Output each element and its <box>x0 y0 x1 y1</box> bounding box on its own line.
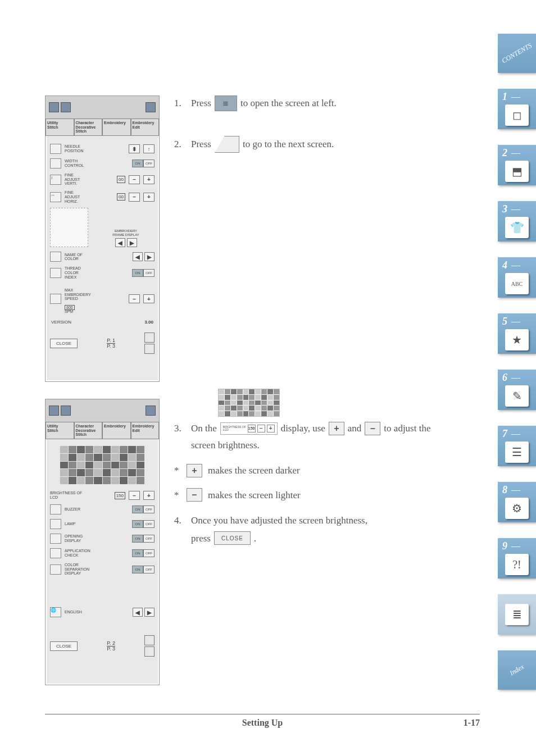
tab-decorative[interactable]: Character Decorative Stitch <box>74 119 103 136</box>
step-text: display, use <box>281 421 325 436</box>
lamp-toggle[interactable]: ONOFF <box>132 520 155 528</box>
minus-button[interactable]: – <box>187 488 202 502</box>
tab-chapter-8[interactable]: 8 — ⚙ <box>498 482 536 522</box>
fine-horiz-minus[interactable]: – <box>129 193 140 202</box>
horiz-icon: ↔ <box>50 192 61 202</box>
tab-chapter-4[interactable]: 4 — ABC <box>498 257 536 298</box>
tab-doc[interactable]: ≣ <box>498 594 536 635</box>
tab-icon: ◻ <box>505 104 529 126</box>
page-down-icon[interactable] <box>144 344 155 354</box>
frame-next[interactable]: ▶ <box>127 238 137 247</box>
needle-right[interactable]: ↑ <box>143 144 155 153</box>
lang-prev[interactable]: ◀ <box>133 608 143 617</box>
lamp-icon <box>50 519 61 529</box>
tab-chapter-3[interactable]: 3 — 👕 <box>498 201 536 242</box>
tab-contents[interactable]: CONTENTS <box>498 34 536 73</box>
tab-chapter-7[interactable]: 7 — ☰ <box>498 426 536 466</box>
tab-icon: ⚙ <box>505 498 529 519</box>
brightness-plus[interactable]: + <box>143 491 155 500</box>
fine-horiz-plus[interactable]: + <box>143 193 155 202</box>
brightness-label: BRIGHTNESS OF LCD <box>50 491 111 499</box>
tab-num: 7 <box>502 428 507 440</box>
tab-dash: — <box>511 485 520 495</box>
tab-chapter-5[interactable]: 5 — ★ <box>498 313 536 354</box>
width-toggle[interactable]: ONOFF <box>132 160 155 167</box>
opening-toggle[interactable]: ONOFF <box>132 535 155 543</box>
frame-prev[interactable]: ◀ <box>115 238 125 247</box>
tab-dash: — <box>511 204 520 214</box>
tab-chapter-6[interactable]: 6 — ✎ <box>498 370 536 410</box>
screen-topbar <box>46 399 159 422</box>
tab-num: 2 <box>502 147 507 159</box>
speed-minus[interactable]: – <box>129 294 140 303</box>
minus-button[interactable]: – <box>365 422 380 435</box>
footer-page: 1-17 <box>464 718 480 728</box>
settings-icon[interactable]: ≣ <box>215 95 237 111</box>
next-page-icon[interactable] <box>215 136 239 153</box>
tab-utility[interactable]: Utility Stitch <box>46 422 74 439</box>
mode-tabs: Utility Stitch Character Decorative Stit… <box>46 119 159 136</box>
speed-plus[interactable]: + <box>143 294 155 303</box>
tab-embroidery[interactable]: Embroidery <box>102 422 131 439</box>
tab-dash: — <box>511 92 520 102</box>
tab-index[interactable]: Index <box>498 650 536 690</box>
tab-icon: ☰ <box>505 441 529 463</box>
page-indicator: P. 1 P. 3 <box>107 338 115 349</box>
page-up-icon[interactable] <box>144 333 155 343</box>
needle-position-label: NEEDLE POSITION <box>65 144 125 153</box>
plus-button[interactable]: + <box>329 422 344 435</box>
tab-utility[interactable]: Utility Stitch <box>46 119 74 136</box>
tab-chapter-2[interactable]: 2 — ⬒ <box>498 145 536 185</box>
tab-embroidery[interactable]: Embroidery <box>102 119 131 136</box>
fine-vert-value: 00 <box>117 176 125 183</box>
help-icon[interactable] <box>49 102 59 112</box>
tab-icon: ⬒ <box>505 161 529 182</box>
tab-chapter-9[interactable]: 9 — ?! <box>498 538 536 579</box>
frame-preview <box>50 208 88 247</box>
colorsep-toggle[interactable]: ONOFF <box>132 566 155 573</box>
frame-display-label: EMBROIDERY FRAME DISPLAY <box>112 229 139 236</box>
step-text: . <box>254 531 256 546</box>
thread-toggle[interactable]: ONOFF <box>132 269 155 277</box>
fine-vert-plus[interactable]: + <box>143 175 155 184</box>
help-icon[interactable] <box>49 406 59 416</box>
step-text: Press <box>191 96 211 111</box>
step-text: On the <box>191 421 217 436</box>
tab-chapter-1[interactable]: 1 — ◻ <box>498 89 536 129</box>
version-label: VERSION <box>51 320 71 325</box>
width-control-label: WIDTH CONTROL <box>65 159 129 167</box>
close-button[interactable]: CLOSE <box>50 641 78 651</box>
needle-left[interactable]: ⬍ <box>129 144 140 153</box>
step-3-block: 3. On the BRIGHTNESS OF LCD 150 – + disp… <box>174 389 472 545</box>
page-down-icon[interactable] <box>144 646 155 657</box>
colorsep-icon <box>50 564 61 575</box>
note-darker: * + makes the screen darker <box>174 463 472 478</box>
appcheck-toggle[interactable]: ONOFF <box>132 549 155 557</box>
thread-index-label: THREAD COLOR INDEX <box>65 266 129 279</box>
tab-decorative[interactable]: Character Decorative Stitch <box>74 422 103 439</box>
settings-icon[interactable] <box>146 406 156 416</box>
threadidx-icon <box>50 268 61 278</box>
tab-icon: 👕 <box>505 217 529 238</box>
name-prev[interactable]: ◀ <box>133 252 143 261</box>
presser-icon[interactable] <box>61 102 71 112</box>
note-text: makes the screen lighter <box>208 488 301 503</box>
brightness-value: 150 <box>115 492 125 499</box>
buzzer-toggle[interactable]: ONOFF <box>132 505 155 513</box>
fine-vert-minus[interactable]: – <box>129 175 140 184</box>
close-button[interactable]: CLOSE <box>214 531 251 545</box>
brightness-minus[interactable]: – <box>129 491 140 500</box>
tab-dash: — <box>511 316 520 326</box>
tab-embedit[interactable]: Embroidery Edit <box>131 119 160 136</box>
presser-icon[interactable] <box>61 406 71 416</box>
name-next[interactable]: ▶ <box>144 252 155 261</box>
vert-icon: ↕ <box>50 175 61 185</box>
plus-button[interactable]: + <box>187 464 202 477</box>
settings-icon[interactable] <box>146 102 156 112</box>
lang-next[interactable]: ▶ <box>144 608 155 617</box>
speed-icon <box>50 294 61 304</box>
step-1: 1. Press ≣ to open the screen at left. <box>174 95 472 111</box>
close-button[interactable]: CLOSE <box>50 339 78 348</box>
tab-embedit[interactable]: Embroidery Edit <box>131 422 160 439</box>
page-up-icon[interactable] <box>144 635 155 645</box>
